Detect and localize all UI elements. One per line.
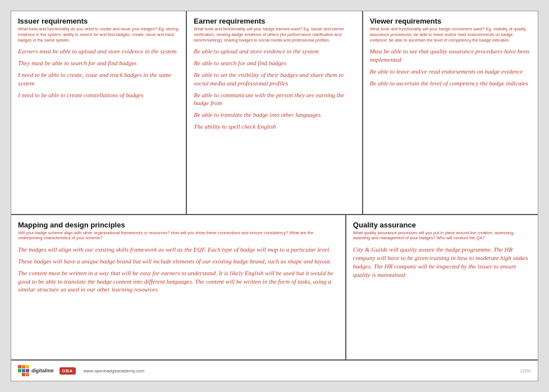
dm-color-grid — [18, 365, 29, 376]
digitalme-logo: digitalme — [18, 365, 54, 376]
earner-item-5: Be able to translate the badge into othe… — [194, 111, 355, 119]
earner-item-1: Be able to upload and store evidence in … — [194, 47, 355, 56]
mapping-item-3: The content must be written in a way tha… — [18, 269, 338, 294]
footer: digitalme OBA www.openbadgeacademy.com 2… — [11, 359, 538, 381]
dm-sq-2 — [22, 365, 25, 368]
viewer-item-1: Must be able to see that quality assuran… — [370, 47, 531, 64]
footer-url: www.openbadgeacademy.com — [84, 368, 144, 373]
earner-subtitle: What tools and functionality will your b… — [194, 26, 355, 43]
issuer-item-2: They must be able to search for and find… — [18, 59, 179, 67]
earner-item-6: The ability to spell check English — [194, 122, 355, 131]
earner-item-3: Be able to set the visibility of their b… — [194, 71, 355, 88]
dm-sq-1 — [18, 365, 21, 368]
mapping-subtitle: Will your badge scheme align with other … — [18, 230, 338, 241]
issuer-item-3: I need to be able to create, issue and t… — [18, 71, 179, 88]
qa-title: Quality assurance — [353, 221, 531, 229]
earner-item-4: Be able to communicate with the person t… — [194, 91, 355, 108]
issuer-title: Issuer requirements — [18, 17, 179, 25]
qa-subtitle: What quality assurance processes will yo… — [353, 230, 531, 241]
viewer-title: Viewer requirements — [370, 17, 531, 25]
mapping-cell: Mapping and design principles Will your … — [11, 215, 346, 360]
earner-title: Earner requirements — [194, 17, 355, 25]
main-page: Issuer requirements What tools and funct… — [11, 11, 538, 381]
qa-cell: Quality assurance What quality assurance… — [346, 215, 538, 360]
viewer-item-2: Be able to leave and/or read endorsement… — [370, 67, 531, 76]
issuer-subtitle: What tools and functionality do you need… — [18, 26, 179, 43]
dm-sq-9 — [26, 373, 29, 376]
mapping-item-1: The badges will align with our existing … — [18, 245, 338, 254]
viewer-subtitle: What tools and functionality will your b… — [370, 26, 531, 43]
dm-sq-8 — [22, 373, 25, 376]
mapping-item-2: These badges will have a unique badge br… — [18, 257, 338, 266]
dm-sq-7 — [18, 373, 21, 376]
dm-sq-4 — [18, 369, 21, 372]
mapping-title: Mapping and design principles — [18, 221, 338, 229]
bottom-grid: Mapping and design principles Will your … — [11, 215, 538, 360]
qa-item-1: City & Guilds will quality assure the ba… — [353, 245, 531, 279]
viewer-cell: Viewer requirements What tools and funct… — [363, 11, 538, 214]
earner-item-2: Be able to search for and find badges — [194, 59, 355, 67]
dm-sq-6 — [26, 369, 29, 372]
viewer-item-3: Be able to ascertain the level of compet… — [370, 79, 531, 88]
issuer-item-4: I need to be able to create constellatio… — [18, 91, 179, 99]
issuer-cell: Issuer requirements What tools and funct… — [11, 11, 187, 214]
earner-cell: Earner requirements What tools and funct… — [187, 11, 363, 214]
digitalme-label: digitalme — [31, 368, 54, 373]
footer-ref: 22291 — [520, 369, 531, 373]
dm-sq-3 — [26, 365, 29, 368]
issuer-item-1: Earners must be able to upload and store… — [18, 47, 179, 56]
dm-sq-5 — [22, 369, 25, 372]
top-grid: Issuer requirements What tools and funct… — [11, 11, 538, 215]
oba-badge: OBA — [60, 367, 76, 375]
